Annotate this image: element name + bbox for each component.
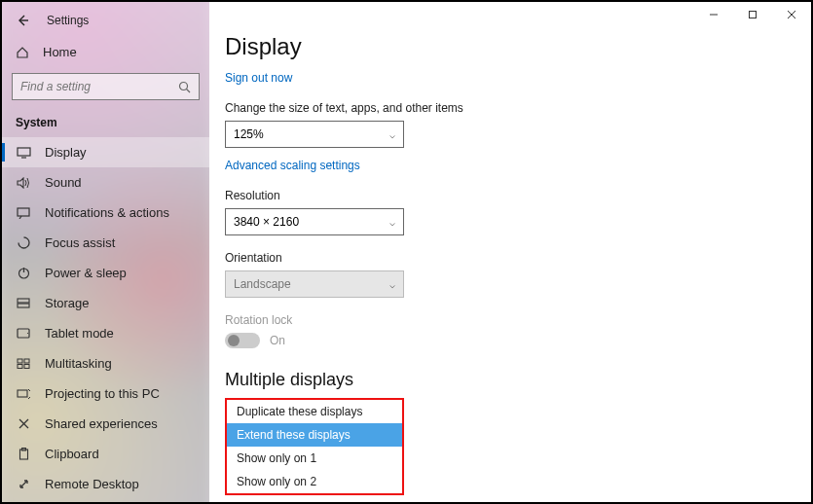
multi-option-duplicate[interactable]: Duplicate these displays	[227, 400, 402, 423]
sidebar-item-label: Remote Desktop	[45, 477, 139, 491]
multi-option-only2[interactable]: Show only on 2	[227, 470, 402, 493]
maximize-button[interactable]	[733, 2, 772, 27]
svg-rect-12	[18, 299, 29, 303]
sidebar-item-storage[interactable]: Storage	[2, 288, 209, 318]
resolution-select[interactable]: 3840 × 2160 ⌵	[225, 208, 404, 235]
chevron-down-icon: ⌵	[389, 129, 395, 140]
home-icon	[16, 46, 29, 59]
remote-desktop-icon	[16, 478, 31, 490]
svg-line-6	[187, 89, 191, 92]
svg-rect-18	[18, 365, 22, 369]
sidebar-item-label: Shared experiences	[45, 416, 158, 431]
sidebar-item-label: Storage	[45, 296, 90, 310]
tablet-icon	[16, 328, 31, 339]
svg-rect-20	[18, 390, 27, 397]
sidebar-item-focus-assist[interactable]: Focus assist	[2, 228, 209, 258]
chevron-down-icon: ⌵	[389, 279, 395, 290]
shared-icon	[16, 417, 31, 430]
display-icon	[16, 147, 31, 159]
sidebar: Settings Home System	[2, 2, 209, 502]
advanced-scaling-link[interactable]: Advanced scaling settings	[225, 159, 360, 172]
home-nav[interactable]: Home	[2, 37, 209, 67]
multi-option-extend[interactable]: Extend these displays	[227, 423, 402, 447]
multiple-displays-header: Multiple displays	[225, 370, 811, 390]
page-title: Display	[225, 33, 811, 60]
sidebar-item-shared-experiences[interactable]: Shared experiences	[2, 409, 209, 439]
sidebar-item-label: Multitasking	[45, 356, 112, 371]
sidebar-item-multitasking[interactable]: Multitasking	[2, 348, 209, 378]
svg-rect-17	[24, 359, 29, 363]
svg-rect-16	[18, 359, 22, 363]
svg-rect-19	[24, 365, 29, 369]
svg-point-5	[180, 82, 188, 90]
sidebar-item-label: Display	[45, 145, 87, 160]
window-title: Settings	[47, 14, 89, 27]
sidebar-item-label: Projecting to this PC	[45, 386, 160, 401]
projecting-icon	[16, 388, 31, 400]
home-label: Home	[43, 45, 77, 59]
svg-rect-9	[18, 208, 29, 216]
multiple-displays-dropdown[interactable]: Duplicate these displays Extend these di…	[225, 398, 404, 495]
scale-select[interactable]: 125% ⌵	[225, 121, 404, 148]
svg-rect-1	[750, 12, 757, 18]
sidebar-item-tablet-mode[interactable]: Tablet mode	[2, 318, 209, 348]
back-button[interactable]	[16, 14, 29, 27]
sidebar-item-label: Sound	[45, 175, 82, 190]
sidebar-item-power-sleep[interactable]: Power & sleep	[2, 258, 209, 288]
sidebar-item-label: Power & sleep	[45, 266, 127, 280]
sidebar-item-projecting[interactable]: Projecting to this PC	[2, 378, 209, 409]
sidebar-item-notifications[interactable]: Notifications & actions	[2, 198, 209, 228]
svg-rect-13	[18, 304, 29, 307]
sidebar-item-label: Tablet mode	[45, 326, 114, 341]
orientation-select: Landscape ⌵	[225, 270, 404, 298]
close-button[interactable]	[772, 2, 811, 27]
sidebar-item-remote-desktop[interactable]: Remote Desktop	[2, 469, 209, 499]
svg-line-25	[20, 481, 27, 487]
rotation-lock-label: Rotation lock	[225, 313, 811, 327]
sidebar-item-label: Notifications & actions	[45, 205, 169, 220]
sidebar-item-label: Clipboard	[45, 447, 99, 461]
sidebar-item-clipboard[interactable]: Clipboard	[2, 439, 209, 469]
orientation-label: Orientation	[225, 251, 811, 265]
rotation-lock-toggle	[225, 333, 260, 348]
clipboard-icon	[16, 448, 31, 460]
scale-value: 125%	[234, 127, 264, 141]
multitasking-icon	[16, 358, 31, 369]
sign-out-link[interactable]: Sign out now	[225, 71, 292, 85]
search-input[interactable]	[12, 73, 200, 100]
sidebar-item-label: Focus assist	[45, 235, 115, 250]
sidebar-item-sound[interactable]: Sound	[2, 167, 209, 198]
notifications-icon	[16, 207, 31, 219]
sound-icon	[16, 177, 31, 189]
multi-option-only1[interactable]: Show only on 1	[227, 447, 402, 470]
scale-label: Change the size of text, apps, and other…	[225, 101, 811, 115]
main-content: Display Sign out now Change the size of …	[209, 2, 811, 502]
section-header: System	[2, 112, 209, 137]
chevron-down-icon: ⌵	[389, 217, 395, 228]
storage-icon	[16, 298, 31, 308]
svg-point-15	[27, 333, 28, 334]
rotation-lock-state: On	[270, 334, 285, 347]
orientation-value: Landscape	[234, 277, 291, 291]
search-icon	[178, 81, 191, 93]
svg-rect-7	[18, 148, 30, 156]
sidebar-item-display[interactable]: Display	[2, 137, 209, 167]
resolution-label: Resolution	[225, 189, 811, 202]
minimize-button[interactable]	[694, 2, 733, 27]
resolution-value: 3840 × 2160	[234, 215, 299, 229]
power-icon	[16, 267, 31, 279]
focus-assist-icon	[16, 236, 31, 249]
